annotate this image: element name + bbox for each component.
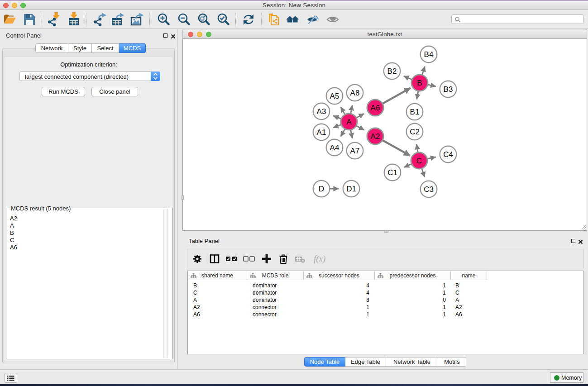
svg-text:B: B: [417, 79, 422, 87]
svg-text:A3: A3: [317, 107, 326, 116]
svg-text:B2: B2: [387, 67, 397, 76]
svg-text:C4: C4: [443, 150, 453, 159]
svg-text:A2: A2: [371, 132, 380, 141]
svg-text:D: D: [319, 185, 324, 193]
svg-text:C2: C2: [410, 128, 420, 136]
svg-text:A8: A8: [350, 89, 360, 97]
svg-text:D1: D1: [346, 185, 356, 193]
svg-text:A: A: [346, 118, 352, 126]
svg-text:B1: B1: [410, 108, 420, 116]
svg-text:A1: A1: [317, 128, 326, 137]
svg-text:C1: C1: [387, 168, 397, 177]
svg-text:B3: B3: [444, 85, 453, 94]
svg-text:B4: B4: [424, 50, 434, 59]
svg-text:A4: A4: [330, 143, 339, 152]
svg-text:A6: A6: [371, 104, 380, 112]
svg-text:f(x): f(x): [314, 254, 325, 264]
svg-text:A5: A5: [330, 92, 339, 100]
svg-text:C3: C3: [424, 185, 434, 194]
svg-text:A7: A7: [350, 147, 360, 155]
svg-text:C: C: [416, 157, 422, 165]
